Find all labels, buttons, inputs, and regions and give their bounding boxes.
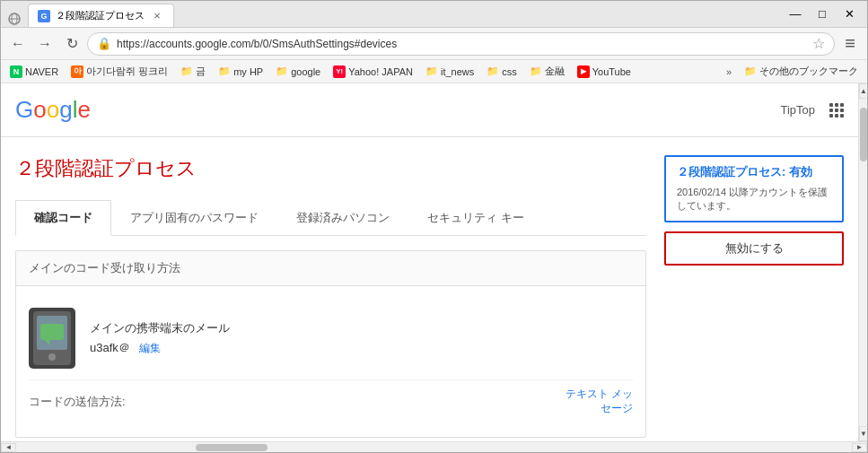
bookmarks-bar: N NAVER 아 아기다람쥐 핑크리 📁 금 📁 my HP 📁 google… xyxy=(1,60,867,83)
navigation-bar: ← → ↻ 🔒 https://accounts.google.com/b/0/… xyxy=(1,28,867,60)
bookmark-google[interactable]: 📁 google xyxy=(270,64,326,79)
bookmark-myhp[interactable]: 📁 my HP xyxy=(213,64,268,79)
edit-email-link[interactable]: 編集 xyxy=(139,341,161,356)
minimize-button[interactable]: — xyxy=(783,4,808,24)
phone-screen xyxy=(37,316,67,350)
tab-favicon: G xyxy=(38,10,50,22)
bookmark-css[interactable]: 📁 css xyxy=(481,64,522,79)
send-method-row: コードの送信方法: テキスト メッセージ xyxy=(29,379,633,423)
bookmark-agidalam[interactable]: 아 아기다람쥐 핑크리 xyxy=(66,63,173,80)
bookmark-agidalam-label: 아기다람쥐 핑크리 xyxy=(86,65,168,78)
logo-g2: g xyxy=(59,96,72,123)
bookmark-finance[interactable]: 📁 金融 xyxy=(524,63,570,80)
phone-device-icon xyxy=(29,308,75,369)
bookmark-css-icon: 📁 xyxy=(487,65,499,77)
bookmark-itnews[interactable]: 📁 it_news xyxy=(420,64,479,79)
bookmarks-other-label: その他のブックマーク xyxy=(759,65,858,78)
message-bubble-icon xyxy=(40,324,64,342)
logo-e: e xyxy=(77,96,90,123)
email-label: メインの携帯端末のメール xyxy=(90,320,633,336)
header-right: TipTop xyxy=(780,103,844,118)
page-title: ２段階認証プロセス xyxy=(15,155,646,182)
bookmark-yahoo-icon: Y! xyxy=(333,65,346,78)
bookmark-folder1-label: 금 xyxy=(196,65,206,78)
main-content: ２段階認証プロセス 確認コード アプリ固有のパスワード 登録済みパソコン セキュ… xyxy=(1,137,858,441)
vertical-scrollbar[interactable]: ▲ ▼ xyxy=(858,83,867,441)
email-address-row: u3afk＠ 編集 xyxy=(90,340,633,356)
apps-grid-icon[interactable] xyxy=(829,103,844,118)
tab-security-key[interactable]: セキュリティ キー xyxy=(408,200,543,235)
bookmarks-other-icon: 📁 xyxy=(744,65,757,77)
url-text: https://accounts.google.com/b/0/SmsAuthS… xyxy=(117,38,397,50)
bookmark-naver[interactable]: N NAVER xyxy=(4,64,64,80)
tab-title: ２段階認証プロセス xyxy=(56,9,145,22)
address-bar[interactable]: 🔒 https://accounts.google.com/b/0/SmsAut… xyxy=(87,32,835,56)
bookmark-youtube-icon: ▶ xyxy=(577,65,590,78)
content-box-header: メインのコード受け取り方法 xyxy=(16,251,645,286)
status-title: ２段階認証プロセス: 有効 xyxy=(677,164,831,180)
maximize-button[interactable]: □ xyxy=(810,4,835,24)
email-row: メインの携帯端末のメール u3afk＠ 編集 xyxy=(29,301,633,376)
bookmark-finance-label: 金融 xyxy=(545,65,565,78)
tab-registered-pc[interactable]: 登録済みパソコン xyxy=(277,200,408,235)
logo-g: G xyxy=(15,96,33,123)
back-button[interactable]: ← xyxy=(6,32,30,56)
send-method-label: コードの送信方法: xyxy=(29,394,126,410)
bookmark-myhp-label: my HP xyxy=(233,66,263,77)
bookmark-naver-label: NAVER xyxy=(25,66,58,77)
bookmark-itnews-label: it_news xyxy=(441,66,474,77)
user-name: TipTop xyxy=(780,103,815,117)
logo-o2: o xyxy=(47,96,59,123)
google-logo: Google xyxy=(15,96,91,124)
email-address: u3afk＠ xyxy=(90,340,130,356)
bookmark-folder1-icon: 📁 xyxy=(180,65,193,77)
content-box-body: メインの携帯端末のメール u3afk＠ 編集 コードの送信方法: xyxy=(16,286,645,437)
scrollbar-up-button[interactable]: ▲ xyxy=(859,83,867,99)
hscrollbar-left-button[interactable]: ◄ xyxy=(1,443,16,452)
lock-icon: 🔒 xyxy=(97,37,111,50)
bookmark-naver-icon: N xyxy=(10,65,22,78)
right-section: ２段階認証プロセス: 有効 2016/02/14 以降アカウントを保護しています… xyxy=(664,155,844,438)
text-message-link[interactable]: テキスト メッセージ xyxy=(566,388,633,415)
bookmarks-more-button[interactable]: » xyxy=(721,65,737,79)
page-area: Google TipTop xyxy=(1,83,867,452)
tab-app-passwords[interactable]: アプリ固有のパスワード xyxy=(111,200,277,235)
bookmark-css-label: css xyxy=(502,66,517,77)
bookmark-agidalam-icon: 아 xyxy=(71,65,83,78)
refresh-button[interactable]: ↻ xyxy=(60,32,83,56)
tab-verification-code[interactable]: 確認コード xyxy=(15,200,111,236)
phone-home-button xyxy=(48,353,56,361)
scrollbar-thumb[interactable] xyxy=(860,108,867,161)
horizontal-scrollbar[interactable]: ◄ ► xyxy=(1,441,867,452)
close-button[interactable]: ✕ xyxy=(837,4,862,24)
titlebar: G ２段階認証プロセス × — □ ✕ xyxy=(1,1,867,28)
content-tabs: 確認コード アプリ固有のパスワード 登録済みパソコン セキュリティ キー xyxy=(15,200,646,236)
hscrollbar-track xyxy=(16,443,852,452)
hscrollbar-right-button[interactable]: ► xyxy=(852,443,867,452)
status-description: 2016/02/14 以降アカウントを保護しています。 xyxy=(677,186,831,213)
bookmark-youtube[interactable]: ▶ YouTube xyxy=(572,64,636,80)
active-tab[interactable]: G ２段階認証プロセス × xyxy=(28,4,174,27)
bookmarks-other-folder[interactable]: 📁 その他のブックマーク xyxy=(739,63,864,80)
bookmark-star-icon[interactable]: ☆ xyxy=(812,35,825,52)
scrollbar-track-empty xyxy=(859,162,867,426)
hscrollbar-thumb[interactable] xyxy=(196,444,267,451)
page-content: Google TipTop xyxy=(1,83,858,441)
disable-2fa-button[interactable]: 無効にする xyxy=(664,231,844,266)
tab-bar: G ２段階認証プロセス × xyxy=(6,1,174,27)
logo-o1: o xyxy=(33,96,46,123)
bookmark-youtube-label: YouTube xyxy=(592,66,631,77)
code-receive-box: メインのコード受け取り方法 xyxy=(15,250,646,438)
scrollbar-down-button[interactable]: ▼ xyxy=(859,426,867,441)
chrome-menu-button[interactable]: ≡ xyxy=(838,32,862,56)
page-scroll-area: Google TipTop xyxy=(1,83,867,441)
bookmark-google-icon: 📁 xyxy=(276,65,288,77)
bookmark-itnews-icon: 📁 xyxy=(425,65,438,77)
forward-button[interactable]: → xyxy=(33,32,57,56)
browser-icon xyxy=(6,11,22,27)
tab-close-button[interactable]: × xyxy=(150,9,164,23)
bookmark-folder1[interactable]: 📁 금 xyxy=(175,63,211,80)
bookmark-yahoo[interactable]: Y! Yahoo! JAPAN xyxy=(328,64,418,80)
window-controls: — □ ✕ xyxy=(783,4,862,24)
bookmark-yahoo-label: Yahoo! JAPAN xyxy=(348,66,413,77)
